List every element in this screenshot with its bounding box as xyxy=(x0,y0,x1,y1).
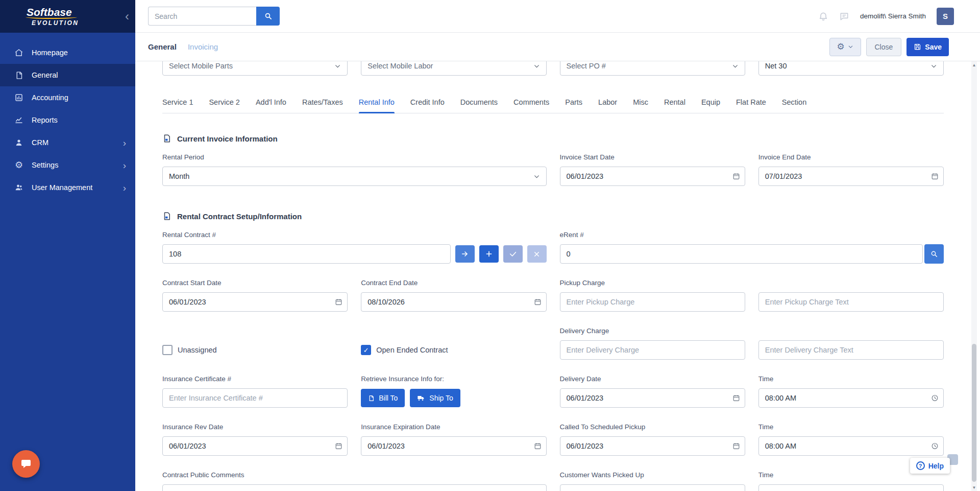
contract-public-comments-textarea[interactable] xyxy=(162,484,547,491)
form-tab-service-2[interactable]: Service 2 xyxy=(209,98,239,113)
sidebar-item-crm[interactable]: CRM › xyxy=(0,131,135,154)
pickup-charge-input[interactable] xyxy=(560,292,745,312)
document-icon xyxy=(14,71,24,80)
delivery-time-field: Time xyxy=(758,375,944,408)
tab-general[interactable]: General xyxy=(148,42,177,51)
help-button[interactable]: ? Help xyxy=(910,458,950,474)
called-to-scheduled-pickup-input[interactable] xyxy=(560,436,745,456)
terms-select[interactable]: Net 30 xyxy=(758,61,944,76)
chat-widget-button[interactable] xyxy=(12,450,40,478)
form-tab-credit-info[interactable]: Credit Info xyxy=(410,98,445,113)
go-to-contract-button[interactable] xyxy=(455,245,475,263)
form-tab-labor[interactable]: Labor xyxy=(598,98,617,113)
calendar-icon[interactable] xyxy=(534,442,542,450)
calendar-icon[interactable] xyxy=(335,442,342,450)
form-tab-documents[interactable]: Documents xyxy=(460,98,498,113)
sidebar-item-accounting[interactable]: Accounting xyxy=(0,86,135,109)
form-tab-addl-info[interactable]: Add'l Info xyxy=(256,98,286,113)
cancel-contract-button[interactable] xyxy=(527,245,547,263)
delivery-charge-text-input[interactable] xyxy=(758,340,944,360)
sidebar-item-settings[interactable]: ⚙ Settings › xyxy=(0,154,135,176)
called-time-input[interactable] xyxy=(758,436,944,456)
po-number-select[interactable]: Select PO # xyxy=(560,61,745,76)
insurance-certificate-input[interactable] xyxy=(162,388,348,408)
scrollbar-thumb[interactable] xyxy=(972,344,976,482)
insurance-rev-date-input[interactable] xyxy=(162,436,348,456)
gear-icon: ⚙ xyxy=(14,160,24,170)
rental-period-select[interactable]: Month xyxy=(162,167,547,186)
unassigned-checkbox[interactable]: Unassigned xyxy=(162,340,348,360)
calendar-icon[interactable] xyxy=(732,394,740,402)
customer-pickup-time-field: Time xyxy=(758,471,944,491)
form-tab-section[interactable]: Section xyxy=(782,98,806,113)
clock-icon[interactable] xyxy=(931,442,939,450)
scroll-down-arrow[interactable]: ▼ xyxy=(971,484,977,491)
vertical-scrollbar[interactable]: ▲ ▼ xyxy=(971,61,977,491)
contract-end-date-input[interactable] xyxy=(361,292,546,312)
close-button[interactable]: Close xyxy=(866,38,902,56)
open-ended-contract-checkbox[interactable]: Open Ended Contract xyxy=(361,340,546,360)
rental-contract-number-input[interactable] xyxy=(162,244,451,264)
form-tab-flat-rate[interactable]: Flat Rate xyxy=(736,98,766,113)
messages-icon[interactable] xyxy=(839,11,849,21)
calendar-icon[interactable] xyxy=(732,442,740,450)
form-tab-service-1[interactable]: Service 1 xyxy=(162,98,193,113)
contract-start-date-input[interactable] xyxy=(162,292,348,312)
invoice-end-date-label: Invoice End Date xyxy=(758,153,944,162)
sidebar-item-reports[interactable]: Reports xyxy=(0,109,135,131)
form-tab-comments[interactable]: Comments xyxy=(513,98,549,113)
erent-search-button[interactable] xyxy=(924,244,944,264)
mobile-parts-select[interactable]: Select Mobile Parts xyxy=(162,61,348,76)
form-tab-rates-taxes[interactable]: Rates/Taxes xyxy=(302,98,343,113)
sidebar-item-homepage[interactable]: Homepage xyxy=(0,41,135,64)
form-tab-equip[interactable]: Equip xyxy=(701,98,720,113)
checkbox-icon xyxy=(162,345,173,355)
sidebar-item-general[interactable]: General xyxy=(0,64,135,86)
contract-public-comments-label: Contract Public Comments xyxy=(162,471,547,480)
customer-pickup-time-input[interactable] xyxy=(758,484,944,491)
chat-bubble-icon xyxy=(20,458,32,470)
clock-icon[interactable] xyxy=(931,394,939,402)
confirm-contract-button[interactable] xyxy=(503,245,523,263)
delivery-charge-input[interactable] xyxy=(560,340,745,360)
chevron-down-icon xyxy=(334,63,341,69)
invoice-end-date-input[interactable] xyxy=(758,167,944,186)
notifications-bell-icon[interactable] xyxy=(818,11,828,21)
avatar[interactable]: S xyxy=(937,8,954,25)
scroll-up-arrow[interactable]: ▲ xyxy=(971,61,977,68)
tab-invoicing[interactable]: Invoicing xyxy=(188,42,218,51)
collapse-sidebar-icon[interactable]: ‹ xyxy=(125,10,129,22)
settings-dropdown-button[interactable]: ⚙ xyxy=(829,38,861,56)
mobile-labor-select[interactable]: Select Mobile Labor xyxy=(361,61,546,76)
search-input[interactable] xyxy=(148,7,256,26)
customer-wants-picked-up-input[interactable] xyxy=(560,484,745,491)
invoice-start-date-input[interactable] xyxy=(560,167,745,186)
form-tab-parts[interactable]: Parts xyxy=(565,98,582,113)
contract-start-date-field: Contract Start Date xyxy=(162,279,348,312)
delivery-date-input[interactable] xyxy=(560,388,745,408)
calendar-icon[interactable] xyxy=(732,173,740,180)
bill-to-button[interactable]: Bill To xyxy=(361,389,405,407)
form-tab-misc[interactable]: Misc xyxy=(633,98,648,113)
called-time-label: Time xyxy=(758,423,944,432)
erent-number-input[interactable] xyxy=(560,244,923,264)
insurance-expiration-date-input[interactable] xyxy=(361,436,546,456)
calendar-icon[interactable] xyxy=(335,298,342,306)
pickup-charge-text-input[interactable] xyxy=(758,292,944,312)
rental-period-field: Rental Period Month xyxy=(162,153,547,186)
insurance-delivery-row: Insurance Certificate # Retrieve Insuran… xyxy=(162,375,944,408)
sidebar-item-label: Homepage xyxy=(32,49,68,57)
delivery-time-input[interactable] xyxy=(758,388,944,408)
calendar-icon[interactable] xyxy=(931,173,939,180)
question-circle-icon: ? xyxy=(916,461,925,470)
save-button[interactable]: Save xyxy=(906,38,949,56)
form-tab-rental[interactable]: Rental xyxy=(664,98,685,113)
contract-number-row: Rental Contract # eRent # xyxy=(162,231,944,264)
sidebar-item-user-management[interactable]: User Management › xyxy=(0,176,135,199)
save-icon xyxy=(914,43,921,51)
calendar-icon[interactable] xyxy=(534,298,542,306)
search-button[interactable] xyxy=(256,7,280,26)
form-tab-rental-info[interactable]: Rental Info xyxy=(359,98,395,113)
add-contract-button[interactable] xyxy=(479,245,499,263)
ship-to-button[interactable]: Ship To xyxy=(410,389,460,407)
